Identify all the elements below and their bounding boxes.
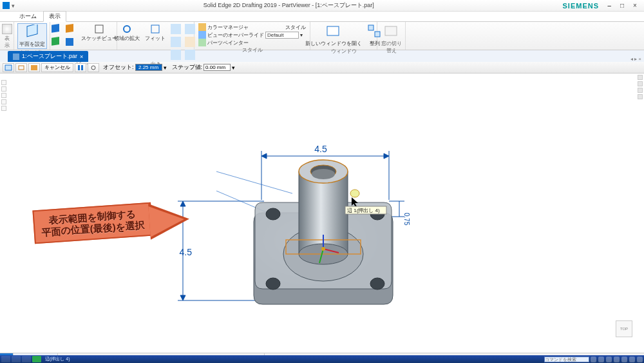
view-cube4-button[interactable] — [63, 36, 76, 48]
svg-rect-16 — [19, 66, 24, 70]
group-label-style: スタイル — [198, 46, 306, 54]
tab-view[interactable]: 表示 — [43, 11, 66, 22]
group-switch: 窓の切り替え — [377, 22, 406, 50]
document-icon — [13, 54, 19, 60]
svg-point-51 — [321, 247, 325, 251]
group-display: 表示 — [0, 22, 14, 50]
tab-close-icon[interactable]: × — [80, 54, 83, 60]
step-label: ステップ値: — [172, 63, 203, 72]
group-label-switch: 窓の切り替え — [380, 40, 402, 54]
plane-icon — [24, 25, 40, 40]
style-icon[interactable] — [276, 23, 284, 31]
style-label[interactable]: スタイル — [285, 24, 306, 31]
orient-btn6[interactable] — [184, 49, 196, 61]
view-cube2-button[interactable] — [63, 23, 76, 35]
display-button[interactable] — [1, 23, 14, 35]
dim-right: 0.75 — [403, 213, 410, 226]
orient-btn1[interactable] — [169, 23, 182, 35]
tab-home[interactable]: ホーム — [14, 12, 42, 21]
svg-rect-4 — [66, 38, 73, 46]
view-cube3-button[interactable] — [49, 36, 62, 48]
window-title: Solid Edge 2D Drafting 2019 - PartViewer… — [15, 1, 562, 10]
command-option-bar: キャンセル オフセット: 2.25 mm ▾ ステップ値: 0.00 mm ▾ — [0, 62, 644, 74]
minimize-button[interactable]: ‒ — [603, 2, 616, 9]
view-overrides-label[interactable]: ビューのオーバーライド — [207, 32, 264, 39]
maximize-button[interactable]: □ — [616, 2, 629, 9]
svg-rect-14 — [13, 54, 19, 60]
dim-top: 4.5 — [314, 144, 327, 154]
title-bar: ▾ Solid Edge 2D Drafting 2019 - PartView… — [0, 0, 644, 12]
group-view: スケッチビュー ビュー — [50, 22, 117, 50]
dim-left: 4.5 — [180, 247, 193, 257]
cursor-tooltip: 辺 1(押出し 4) — [347, 208, 380, 213]
svg-marker-30 — [180, 295, 185, 300]
dropdown-chevron-icon[interactable]: ▾ — [300, 32, 303, 38]
tb-cursor-info: 辺(押出し 4) — [45, 356, 70, 362]
svg-point-39 — [370, 278, 384, 289]
orient-btn5[interactable] — [169, 49, 182, 61]
offset-dropdown-icon[interactable]: ▾ — [164, 64, 167, 71]
group-orientation: 領域の拡大 フィット 向き — [117, 22, 194, 50]
view-cube1-button[interactable] — [49, 23, 62, 35]
plane-set-label: 平面を設定 — [19, 41, 45, 48]
svg-rect-18 — [78, 65, 80, 70]
group-label-display: 表示 — [3, 35, 11, 49]
svg-point-20 — [91, 66, 95, 70]
viewport[interactable]: 4.5 4.5 0.75 — [0, 74, 644, 353]
svg-marker-24 — [261, 153, 267, 159]
new-window-button[interactable]: 新しいウィンドウを開く — [304, 23, 363, 48]
svg-point-36 — [266, 208, 280, 220]
orient-btn3[interactable] — [169, 36, 182, 48]
tb-app2[interactable] — [22, 356, 31, 362]
tb-app3[interactable] — [32, 356, 41, 362]
brand-label: SIEMENS — [562, 2, 599, 10]
view-cube[interactable]: TOP — [616, 320, 632, 337]
command-search-input[interactable] — [544, 357, 589, 362]
parts-painter-label[interactable]: パーツペインター — [207, 39, 249, 46]
svg-rect-17 — [31, 65, 37, 70]
group-style: カラーマネージャ スタイル ビューのオーバーライド Default▾ パーツペイ… — [194, 22, 310, 50]
step-dropdown-icon[interactable]: ▾ — [232, 64, 235, 71]
svg-rect-11 — [368, 25, 374, 30]
svg-rect-2 — [66, 24, 73, 33]
windows-taskbar[interactable]: 辺(押出し 4) — [0, 355, 644, 363]
color-manager-label[interactable]: カラーマネージャ — [207, 24, 249, 31]
system-tray[interactable] — [591, 357, 643, 362]
svg-point-46 — [350, 190, 359, 197]
document-tab-label: 1:ベースプレート.par — [22, 52, 77, 61]
opt-btn3[interactable] — [28, 63, 40, 72]
group-label-window: ウィンドウ — [331, 48, 357, 55]
opt-btn5[interactable] — [88, 63, 99, 72]
offset-label: オフセット: — [103, 63, 134, 72]
close-button[interactable]: × — [629, 2, 641, 9]
svg-rect-15 — [5, 65, 12, 70]
svg-rect-7 — [95, 25, 103, 33]
svg-point-8 — [124, 26, 130, 32]
app-icon — [3, 2, 10, 9]
group-clipping: 平面を設定 クリッピング — [14, 22, 50, 50]
svg-marker-25 — [384, 153, 389, 159]
svg-rect-13 — [385, 26, 397, 35]
document-tab[interactable]: 1:ベースプレート.par × — [8, 51, 88, 62]
doc-controls[interactable]: ◂ ▸ × — [630, 56, 644, 62]
opt-btn1[interactable] — [3, 63, 14, 72]
svg-point-45 — [312, 169, 335, 179]
style-default-dropdown[interactable]: Default — [265, 32, 299, 39]
cancel-button[interactable]: キャンセル — [41, 63, 73, 72]
svg-rect-9 — [151, 25, 159, 33]
tb-app1[interactable] — [12, 356, 21, 362]
step-field[interactable]: 0.00 mm — [204, 64, 231, 71]
svg-line-34 — [216, 172, 292, 193]
opt-btn2[interactable] — [15, 63, 27, 72]
plane-set-button[interactable]: 平面を設定 — [17, 23, 47, 49]
opt-btn4[interactable] — [75, 63, 86, 72]
svg-rect-0 — [27, 25, 37, 37]
tb-start[interactable] — [1, 356, 10, 362]
fit-button[interactable]: フィット — [144, 23, 167, 61]
window-switch-button[interactable] — [383, 23, 401, 40]
svg-rect-19 — [81, 65, 83, 70]
svg-point-38 — [266, 278, 280, 289]
zoom-area-button[interactable]: 領域の拡大 — [113, 23, 141, 61]
svg-rect-1 — [52, 24, 59, 33]
offset-field[interactable]: 2.25 mm — [135, 64, 162, 71]
